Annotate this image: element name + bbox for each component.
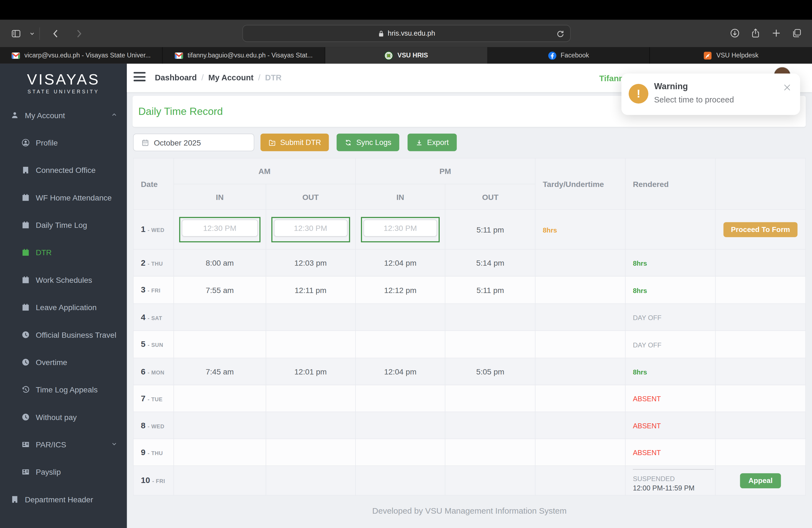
sidebar-item-label: WF Home Attendance	[35, 193, 112, 202]
breadcrumb-my-account[interactable]: My Account	[208, 73, 253, 82]
am-in-cell	[174, 385, 266, 412]
date-cell: 1 - WED	[133, 209, 174, 249]
browser-tab-4[interactable]: Facebook	[487, 47, 650, 64]
sidebar-item-overtime[interactable]: Overtime	[0, 349, 127, 376]
sidebar-item-label: Connected Office	[35, 166, 96, 175]
sidebar-item-label: Without pay	[35, 413, 77, 421]
pm-out-cell	[445, 304, 535, 331]
user-name[interactable]: Tifann	[599, 74, 624, 84]
rendered-cell: ABSENT	[625, 439, 715, 466]
table-row-day-2: 2 - THU8:00 am12:03 pm12:04 pm5:14 pm8hr…	[133, 249, 806, 276]
sidebar-item-my-account[interactable]: My Account	[0, 102, 127, 129]
sidebar-item-leave-application[interactable]: Leave Application	[0, 294, 127, 321]
am-out-cell: 12:01 pm	[266, 358, 355, 385]
sidebar-item-official-business-travel[interactable]: Official Business Travel	[0, 321, 127, 349]
sidebar-item-without-pay[interactable]: Without pay	[0, 404, 127, 431]
sidebar-item-par-ics[interactable]: PAR/ICS	[0, 431, 127, 458]
col-header-pm-out: OUT	[445, 184, 535, 210]
sidebar-item-label: Time Log Appeals	[35, 385, 98, 394]
share-icon[interactable]	[750, 27, 761, 39]
sidebar-item-profile[interactable]: Profile	[0, 129, 127, 156]
pm-in-time-input[interactable]	[363, 219, 437, 236]
back-button[interactable]	[50, 28, 62, 39]
pm-out-cell	[445, 331, 535, 358]
date-day: - WED	[148, 423, 164, 429]
calendar-icon	[21, 276, 30, 284]
browser-tab-2[interactable]: tifanny.baguio@vsu.edu.ph - Visayas Stat…	[163, 47, 325, 64]
toast-title: Warning	[654, 81, 688, 91]
sidebar-item-connected-office[interactable]: Connected Office	[0, 156, 127, 184]
tardy-cell	[535, 276, 625, 304]
rendered-cell: 8hrs	[625, 276, 715, 304]
proceed-to-form-button[interactable]: Proceed To Form	[724, 222, 797, 237]
col-header-am-in: IN	[174, 184, 266, 210]
warning-toast: ! Warning Select time to proceed	[621, 73, 800, 115]
export-button[interactable]: Export	[407, 134, 456, 151]
sidebar-item-work-schedules[interactable]: Work Schedules	[0, 266, 127, 294]
pm-in-cell	[355, 331, 445, 358]
date-number: 8	[141, 421, 146, 429]
tardy-cell	[535, 466, 625, 495]
address-bar[interactable]: hris.vsu.edu.ph	[243, 25, 571, 42]
date-cell: 5 - SUN	[133, 331, 174, 358]
browser-toolbar: hris.vsu.edu.ph	[0, 19, 812, 47]
sync-icon	[344, 138, 352, 146]
browser-tab-1[interactable]: vicarp@vsu.edu.ph - Visayas State Univer…	[0, 47, 163, 64]
close-icon[interactable]	[782, 83, 792, 92]
suspended-time: 12:00 PM-11:59 PM	[633, 484, 715, 492]
date-cell: 9 - THU	[133, 439, 174, 466]
screen: hris.vsu.edu.ph	[0, 0, 812, 528]
tab-title: vicarp@vsu.edu.ph - Visayas State Univer…	[24, 52, 150, 59]
clock-icon	[21, 358, 30, 367]
am-out-time-input[interactable]	[274, 219, 347, 236]
am-in-cell: 8:00 am	[174, 249, 266, 276]
rendered-cell: ABSENT	[625, 412, 715, 439]
breadcrumb-dashboard[interactable]: Dashboard	[155, 73, 197, 82]
submit-dtr-button[interactable]: Submit DTR	[260, 134, 329, 151]
sidebar-item-label: Overtime	[35, 358, 67, 367]
month-picker[interactable]	[133, 134, 255, 151]
clock-icon	[21, 330, 30, 339]
tab-overview-icon[interactable]	[791, 27, 802, 39]
pm-in-cell	[355, 439, 445, 466]
sidebar-item-wf-home-attendance[interactable]: WF Home Attendance	[0, 184, 127, 211]
downloads-icon[interactable]	[729, 27, 740, 39]
footer-text: Developed by VSU Management Information …	[127, 507, 812, 516]
tardy-cell	[535, 331, 625, 358]
am-in-time-input[interactable]	[182, 219, 258, 236]
sidebar-item-label: Profile	[35, 138, 58, 147]
month-input[interactable]	[154, 138, 242, 147]
rendered-cell: ABSENT	[625, 385, 715, 412]
pm-out-cell: 5:14 pm	[445, 249, 535, 276]
appeal-button[interactable]: Appeal	[740, 473, 781, 488]
hamburger-menu-icon[interactable]	[134, 72, 146, 84]
sidebar-chevron-down-icon[interactable]	[29, 28, 35, 39]
gmail-icon	[11, 51, 20, 60]
browser-tab-5[interactable]: VSU Helpdesk	[650, 47, 812, 64]
sidebar-item-time-log-appeals[interactable]: Time Log Appeals	[0, 376, 127, 403]
logo-title: VISAYAS	[0, 72, 127, 87]
date-day: - SUN	[148, 342, 163, 348]
date-number: 4	[141, 312, 146, 321]
forward-button[interactable]	[73, 28, 84, 39]
page-title: Daily Time Record	[133, 105, 223, 117]
pm-out-cell: 5:11 pm	[445, 209, 535, 249]
tardy-cell	[535, 304, 625, 331]
sidebar-item-department-header[interactable]: Department Header	[0, 486, 127, 513]
sidebar-item-daily-time-log[interactable]: Daily Time Log	[0, 211, 127, 239]
date-number: 10	[141, 476, 150, 485]
browser-tab-3[interactable]: VSU HRIS	[325, 47, 488, 64]
pm-in-cell	[355, 466, 445, 495]
am-in-cell	[174, 209, 266, 249]
sidebar-item-payslip[interactable]: Payslip	[0, 458, 127, 485]
reload-icon[interactable]	[556, 29, 565, 40]
sidebar-toggle-icon[interactable]	[11, 28, 22, 39]
sidebar-item-dtr[interactable]: DTR	[0, 239, 127, 266]
pm-in-cell: 12:04 pm	[355, 358, 445, 385]
new-tab-icon[interactable]	[771, 27, 782, 39]
sidebar-item-label: Department Header	[25, 495, 93, 504]
browser-window: hris.vsu.edu.ph	[0, 0, 812, 528]
sync-logs-button[interactable]: Sync Logs	[337, 134, 399, 151]
tardy-cell	[535, 439, 625, 466]
chevron-up-icon	[111, 111, 117, 120]
